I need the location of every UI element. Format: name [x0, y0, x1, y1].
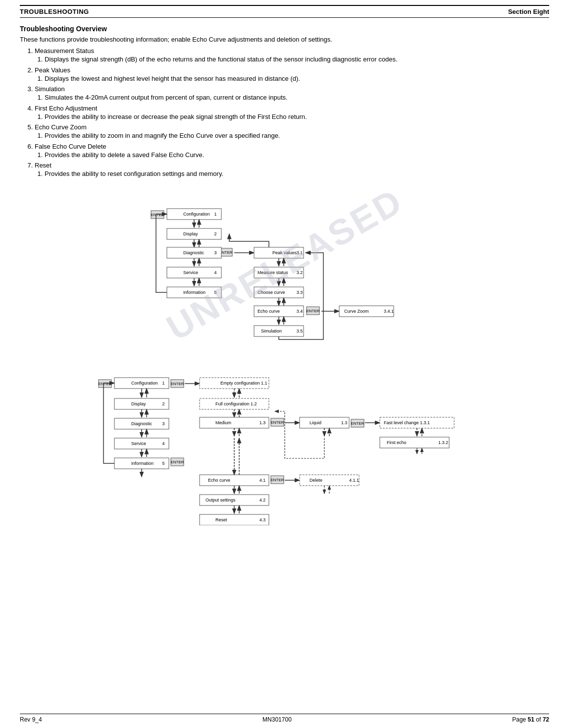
svg-text:Output settings: Output settings [206, 498, 236, 503]
svg-text:3: 3 [214, 250, 216, 255]
svg-text:ENTER: ENTER [170, 382, 184, 386]
svg-text:Display: Display [131, 401, 146, 406]
svg-text:Information: Information [183, 290, 206, 295]
svg-text:Configuration: Configuration [131, 381, 158, 386]
svg-text:4.1.1: 4.1.1 [349, 478, 359, 483]
svg-text:ENTER: ENTER [170, 460, 184, 464]
svg-text:4: 4 [214, 270, 216, 275]
list-item-2: Peak Values Displays the lowest and high… [35, 66, 549, 84]
svg-text:3.2: 3.2 [296, 270, 303, 275]
svg-text:ENTER: ENTER [98, 382, 111, 386]
svg-text:3.4: 3.4 [296, 309, 303, 314]
svg-text:Liquid: Liquid [310, 420, 321, 425]
svg-text:5: 5 [162, 461, 164, 466]
svg-text:4: 4 [162, 441, 164, 446]
list-item-5: Echo Curve Zoom Provides the ability to … [35, 123, 549, 141]
sub-item-2-1: Displays the lowest and highest level he… [45, 74, 549, 84]
svg-text:Peak values: Peak values [272, 250, 297, 255]
svg-text:3.1: 3.1 [296, 250, 303, 255]
sub-item-1-1: Displays the signal strength (dB) of the… [45, 55, 549, 64]
svg-text:Configuration: Configuration [183, 212, 210, 217]
svg-text:1.3: 1.3 [341, 420, 347, 425]
diagram1-svg: ENTER Configuration 1 Display 2 ENTER [146, 187, 423, 340]
svg-text:3.5: 3.5 [296, 329, 303, 334]
header-left: TROUBLESHOOTING [20, 8, 89, 15]
diagram-1: UNRELEASED ENTER [146, 187, 423, 342]
svg-text:5: 5 [214, 290, 216, 295]
svg-text:2: 2 [214, 231, 216, 236]
svg-text:4.3: 4.3 [259, 517, 265, 522]
svg-text:Simulation: Simulation [261, 329, 282, 334]
sub-list-2: Displays the lowest and highest level he… [45, 74, 549, 84]
svg-text:Service: Service [183, 270, 198, 275]
sub-list-7: Provides the ability to reset configurat… [45, 169, 549, 179]
list-item-6: False Echo Curve Delete Provides the abi… [35, 143, 549, 160]
svg-text:Information: Information [131, 461, 154, 466]
svg-text:3.4.1: 3.4.1 [383, 309, 393, 314]
svg-text:First echo: First echo [387, 440, 407, 445]
svg-text:3: 3 [162, 421, 164, 426]
intro-text: These functions provide troubleshooting … [20, 36, 549, 43]
page-container: TROUBLESHOOTING Section Eight Troublesho… [0, 0, 569, 728]
sub-list-1: Displays the signal strength (dB) of the… [45, 55, 549, 64]
sub-item-7-1: Provides the ability to reset configurat… [45, 169, 549, 179]
svg-text:Service: Service [131, 441, 146, 446]
svg-text:1: 1 [162, 381, 164, 386]
svg-text:4.1: 4.1 [259, 478, 265, 483]
list-item-7: Reset Provides the ability to reset conf… [35, 162, 549, 179]
svg-text:Reset: Reset [215, 517, 227, 522]
sub-list-5: Provides the ability to zoom in and magn… [45, 131, 549, 141]
sub-list-4: Provides the ability to increase or decr… [45, 112, 549, 122]
list-item-3: Simulation Simulates the 4-20mA current … [35, 85, 549, 103]
svg-text:Echo curve: Echo curve [258, 309, 280, 314]
page-header: TROUBLESHOOTING Section Eight [20, 5, 549, 18]
svg-text:ENTER: ENTER [351, 421, 364, 426]
footer: Rev 9_4 MN301700 Page 51 of 72 [20, 714, 549, 723]
svg-text:Measure status: Measure status [258, 270, 288, 275]
svg-text:Diagnostic: Diagnostic [131, 421, 153, 426]
sub-item-3-1: Simulates the 4-20mA current output from… [45, 93, 549, 103]
list-item-4: First Echo Adjustment Provides the abili… [35, 105, 549, 122]
svg-text:Medium: Medium [215, 420, 231, 425]
svg-text:1.3: 1.3 [259, 420, 265, 425]
svg-text:2: 2 [162, 401, 164, 406]
diagram2-svg: ENTER Configuration 1 ENTER Display 2 [97, 352, 473, 525]
svg-text:Display: Display [183, 231, 198, 236]
diagram-2: ENTER Configuration 1 ENTER Display 2 [97, 352, 473, 527]
sub-item-4-1: Provides the ability to increase or decr… [45, 112, 549, 122]
section-title: Troubleshooting Overview [20, 25, 549, 33]
svg-text:ENTER: ENTER [151, 213, 164, 217]
svg-text:ENTER: ENTER [306, 309, 319, 313]
main-list: Measurement Status Displays the signal s… [35, 47, 549, 179]
svg-text:Diagnostic: Diagnostic [183, 250, 205, 255]
svg-text:Full configuration  1.2: Full configuration 1.2 [215, 401, 257, 406]
svg-text:Echo curve: Echo curve [208, 478, 230, 483]
diagram-area: UNRELEASED ENTER [20, 187, 549, 527]
svg-text:ENTER: ENTER [270, 478, 284, 482]
footer-left: Rev 9_4 [20, 716, 42, 723]
header-right: Section Eight [508, 8, 549, 15]
svg-text:Curve Zoom: Curve Zoom [344, 309, 369, 314]
svg-text:Fast level change 1.3.1: Fast level change 1.3.1 [384, 420, 430, 425]
list-item-1: Measurement Status Displays the signal s… [35, 47, 549, 64]
sub-list-3: Simulates the 4-20mA current output from… [45, 93, 549, 103]
sub-list-6: Provides the ability to delete a saved F… [45, 150, 549, 160]
svg-text:Empty configuration 1.1: Empty configuration 1.1 [220, 381, 267, 386]
svg-text:1: 1 [214, 212, 216, 217]
svg-text:ENTER: ENTER [270, 420, 284, 425]
sub-item-5-1: Provides the ability to zoom in and magn… [45, 131, 549, 141]
svg-rect-103 [200, 417, 269, 428]
footer-center: MN301700 [262, 716, 292, 723]
sub-item-6-1: Provides the ability to delete a saved F… [45, 150, 549, 160]
svg-rect-124 [200, 514, 269, 525]
svg-text:Choose curve: Choose curve [258, 290, 285, 295]
footer-right: Page 51 of 72 [512, 716, 549, 723]
svg-text:Delete: Delete [310, 478, 322, 483]
svg-text:3.3: 3.3 [296, 290, 303, 295]
svg-text:4.2: 4.2 [259, 498, 265, 503]
svg-text:1.3.2: 1.3.2 [438, 440, 448, 445]
